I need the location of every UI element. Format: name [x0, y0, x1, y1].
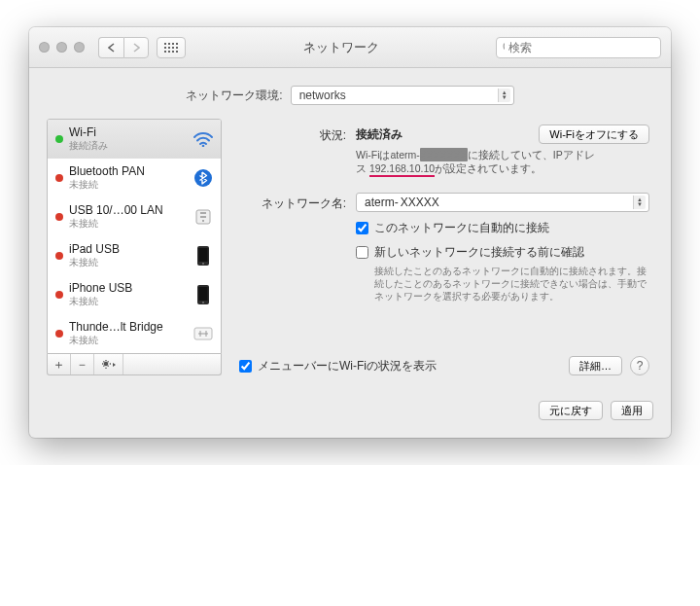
status-dot-icon — [55, 252, 63, 260]
wifi-icon — [192, 127, 215, 151]
svg-rect-0 — [164, 43, 166, 45]
window-title: ネットワーク — [193, 39, 488, 56]
service-row-thunderbolt[interactable]: Thunde…lt Bridge未接続 — [48, 314, 221, 353]
status-description: Wi-Fiはaterm-XXXXXXXに接続していて、IPアドレ ス 192.1… — [356, 148, 649, 175]
svg-rect-2 — [172, 43, 174, 45]
auto-join-checkbox[interactable]: このネットワークに自動的に接続 — [356, 220, 649, 236]
network-prefs-window: ネットワーク ネットワーク環境: networks ▲▼ Wi-Fi接続済み B… — [29, 27, 671, 438]
svg-rect-7 — [176, 47, 178, 49]
help-button[interactable]: ? — [630, 356, 649, 375]
traffic-lights — [39, 42, 85, 53]
svg-point-24 — [103, 361, 108, 366]
svg-rect-4 — [164, 47, 166, 49]
network-name-popup[interactable]: aterm-XXXXX ▲▼ — [356, 193, 649, 212]
service-row-iphone[interactable]: iPhone USB未接続 — [48, 275, 221, 314]
bluetooth-icon — [192, 166, 215, 190]
service-row-bluetooth[interactable]: Bluetooth PAN未接続 — [48, 159, 221, 197]
svg-rect-6 — [172, 47, 174, 49]
titlebar: ネットワーク — [29, 27, 671, 68]
forward-button[interactable] — [123, 37, 149, 58]
svg-rect-8 — [164, 51, 166, 53]
detail-pane: 状況: 接続済み Wi-Fiをオフにする Wi-Fiはaterm-XXXXXXX… — [235, 119, 653, 375]
service-row-ipad[interactable]: iPad USB未接続 — [48, 236, 221, 275]
device-icon — [192, 244, 215, 267]
svg-rect-9 — [168, 51, 170, 53]
status-value: 接続済み — [356, 126, 402, 143]
turn-wifi-off-button[interactable]: Wi-Fiをオフにする — [539, 125, 649, 144]
chevron-updown-icon: ▲▼ — [633, 196, 646, 209]
svg-rect-10 — [172, 51, 174, 53]
svg-point-14 — [202, 145, 205, 147]
location-popup[interactable]: networks ▲▼ — [291, 86, 514, 105]
svg-point-22 — [202, 302, 204, 303]
location-row: ネットワーク環境: networks ▲▼ — [29, 68, 671, 119]
status-dot-icon — [55, 291, 63, 299]
svg-point-19 — [202, 263, 204, 265]
apply-button[interactable]: 適用 — [611, 401, 653, 420]
search-input[interactable] — [508, 41, 654, 54]
status-label: 状況: — [239, 125, 356, 175]
status-dot-icon — [55, 174, 63, 182]
add-service-button[interactable]: ＋ — [48, 354, 71, 374]
show-all-button[interactable] — [157, 37, 186, 58]
advanced-button[interactable]: 詳細… — [569, 356, 622, 375]
service-action-button[interactable] — [94, 354, 123, 374]
service-list[interactable]: Wi-Fi接続済み Bluetooth PAN未接続 USB 10/…00 LA… — [47, 119, 222, 354]
svg-rect-18 — [199, 248, 208, 262]
ask-join-checkbox[interactable]: 新しいネットワークに接続する前に確認 — [356, 244, 649, 261]
status-dot-icon — [55, 213, 63, 221]
back-button[interactable] — [98, 37, 123, 58]
chevron-updown-icon: ▲▼ — [498, 89, 510, 102]
usb-icon — [192, 205, 215, 229]
svg-rect-3 — [176, 43, 178, 45]
network-name-label: ネットワーク名: — [239, 193, 356, 212]
remove-service-button[interactable]: － — [71, 354, 94, 374]
revert-button[interactable]: 元に戻す — [539, 401, 603, 420]
footer-row: メニューバーにWi-Fiの状況を表示 詳細… ? — [239, 346, 649, 375]
minimize-icon[interactable] — [56, 42, 67, 53]
search-field[interactable] — [496, 37, 661, 58]
svg-rect-21 — [199, 287, 208, 301]
device-icon — [192, 283, 215, 306]
bottom-buttons: 元に戻す 適用 — [29, 389, 671, 438]
zoom-icon[interactable] — [74, 42, 85, 53]
close-icon[interactable] — [39, 42, 50, 53]
service-row-usb-lan[interactable]: USB 10/…00 LAN未接続 — [48, 197, 221, 236]
svg-point-12 — [504, 43, 505, 50]
show-menubar-checkbox[interactable]: メニューバーにWi-Fiの状況を表示 — [239, 358, 437, 374]
status-dot-icon — [55, 135, 63, 143]
nav-back-forward — [98, 37, 149, 58]
status-dot-icon — [55, 330, 63, 338]
service-row-wifi[interactable]: Wi-Fi接続済み — [48, 120, 221, 159]
bridge-icon — [192, 322, 215, 345]
service-sidebar: Wi-Fi接続済み Bluetooth PAN未接続 USB 10/…00 LA… — [47, 119, 222, 375]
svg-rect-5 — [168, 47, 170, 49]
svg-rect-1 — [168, 43, 170, 45]
location-label: ネットワーク環境: — [186, 88, 282, 104]
search-icon — [503, 42, 505, 53]
ask-join-desc: 接続したことのあるネットワークに自動的に接続されます。接続したことのあるネットワ… — [374, 265, 649, 303]
service-toolbar: ＋ － — [47, 354, 222, 375]
location-value: networks — [299, 89, 346, 102]
svg-rect-11 — [176, 51, 178, 53]
